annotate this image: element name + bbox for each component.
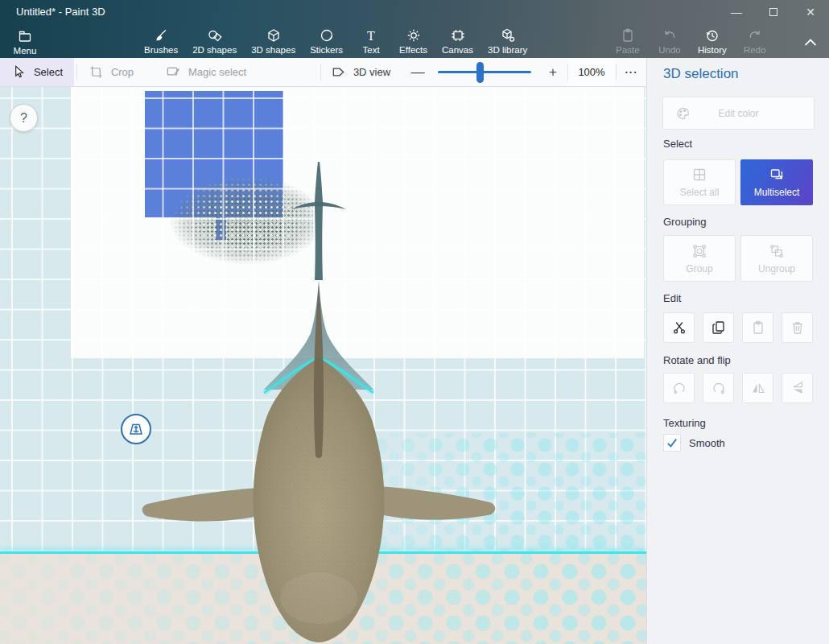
plus-icon: +	[549, 64, 557, 80]
zoom-slider-thumb[interactable]	[476, 62, 484, 83]
crop-tool-button[interactable]: Crop	[80, 58, 142, 86]
brushes-label: Brushes	[144, 45, 178, 55]
edit-color-button[interactable]: Edit color	[662, 97, 815, 130]
stickers-label: Stickers	[310, 45, 343, 55]
group-icon	[691, 243, 707, 259]
tools-group: Brushes 2D shapes 3D shapes Stickers	[137, 24, 534, 58]
menu-button[interactable]: Menu	[6, 26, 43, 58]
ellipsis-icon: ···	[625, 66, 638, 78]
rotate-right-icon	[711, 380, 727, 396]
group-label: Group	[686, 263, 712, 275]
maximize-button[interactable]	[755, 0, 792, 24]
3d-shapes-label: 3D shapes	[251, 45, 295, 55]
shark-3d-model[interactable]	[134, 159, 512, 644]
history-group: Paste Undo History Redo	[607, 24, 776, 58]
window-title: Untitled* - Paint 3D	[16, 6, 105, 18]
help-button[interactable]: ?	[10, 104, 38, 132]
canvas-workspace[interactable]: ?	[0, 87, 646, 644]
3d-view-label: 3D view	[353, 66, 390, 78]
rotate-right-button[interactable]	[703, 373, 734, 403]
smooth-checkbox-label: Smooth	[689, 437, 725, 449]
undo-button[interactable]: Undo	[649, 24, 691, 58]
zoom-in-button[interactable]: +	[539, 58, 567, 86]
paste-label: Paste	[616, 45, 639, 55]
select-all-button[interactable]: Select all	[663, 159, 736, 205]
menu-icon	[17, 28, 33, 44]
paint3d-window: Untitled* - Paint 3D — ✕ Menu Brushes	[0, 0, 829, 644]
crop-icon	[89, 64, 104, 80]
close-button[interactable]: ✕	[792, 0, 829, 24]
text-icon: T	[363, 27, 379, 43]
shark-tail-fin	[315, 162, 323, 280]
magic-select-button[interactable]: Magic select	[145, 58, 267, 86]
history-button[interactable]: History	[691, 24, 734, 58]
3d-view-button[interactable]: 3D view	[324, 58, 398, 86]
select-tool-button[interactable]: Select	[0, 58, 74, 86]
copy-button[interactable]	[703, 312, 734, 343]
smooth-checkbox[interactable]	[663, 434, 681, 452]
minimize-icon: —	[731, 6, 742, 19]
flip-horizontal-button[interactable]	[742, 373, 773, 403]
effects-label: Effects	[399, 45, 427, 55]
toolbar-stickers[interactable]: Stickers	[303, 24, 350, 58]
view-control-button[interactable]	[121, 414, 151, 444]
palette-icon	[675, 105, 691, 122]
toolbar-brushes[interactable]: Brushes	[137, 24, 185, 58]
cut-button[interactable]	[663, 312, 695, 343]
delete-button[interactable]	[782, 312, 813, 343]
paste-icon	[620, 27, 636, 43]
2d-shapes-icon	[207, 27, 223, 43]
zoom-percentage-value: 100%	[578, 66, 604, 78]
cut-icon	[671, 320, 687, 336]
question-mark-icon: ?	[20, 111, 27, 126]
collapse-ribbon-button[interactable]	[800, 34, 821, 50]
3d-selection-panel: 3D selection Edit color Select Select al…	[646, 58, 829, 644]
redo-label: Redo	[744, 45, 766, 55]
redo-button[interactable]: Redo	[734, 24, 776, 58]
sub-toolbar: Select Crop Magic select 3D view —	[0, 58, 646, 87]
maximize-icon	[769, 8, 777, 16]
3d-library-icon	[500, 27, 516, 43]
toolbar-text[interactable]: T Text	[350, 24, 392, 58]
grouping-section-label: Grouping	[663, 216, 706, 228]
multiselect-button[interactable]: Multiselect	[740, 159, 813, 205]
more-options-button[interactable]: ···	[617, 58, 646, 86]
toolbar-3d-library[interactable]: 3D library	[480, 24, 534, 58]
close-icon: ✕	[806, 6, 815, 19]
text-label: Text	[363, 45, 380, 55]
paste-panel-button[interactable]	[742, 312, 773, 343]
stickers-icon	[319, 27, 335, 43]
zoom-slider[interactable]	[435, 58, 534, 86]
toolbar-2d-shapes[interactable]: 2D shapes	[185, 24, 244, 58]
flip-vertical-button[interactable]	[782, 373, 813, 403]
rotate-left-button[interactable]	[663, 373, 695, 403]
toolbar-3d-shapes[interactable]: 3D shapes	[244, 24, 303, 58]
perspective-anchor-icon	[126, 419, 146, 439]
edit-section-label: Edit	[663, 292, 681, 304]
rotate-left-icon	[671, 380, 687, 396]
paste-button[interactable]: Paste	[607, 24, 649, 58]
minimize-button[interactable]: —	[718, 0, 755, 24]
canvas-icon	[450, 27, 466, 43]
trash-icon	[790, 320, 806, 336]
toolbar-effects[interactable]: Effects	[392, 24, 435, 58]
shark-left-fin	[142, 488, 264, 522]
group-button[interactable]: Group	[663, 235, 736, 282]
zoom-slider-track[interactable]	[438, 71, 531, 73]
zoom-percentage[interactable]: 100%	[568, 58, 615, 86]
rotate-section-label: Rotate and flip	[663, 354, 731, 366]
zoom-out-button[interactable]: —	[404, 58, 431, 86]
toolbar-canvas[interactable]: Canvas	[435, 24, 480, 58]
flip-horizontal-icon	[750, 380, 766, 396]
undo-label: Undo	[658, 45, 681, 55]
history-label: History	[698, 45, 727, 55]
edit-color-label: Edit color	[718, 108, 758, 119]
redo-icon	[747, 27, 763, 43]
3d-view-icon	[331, 64, 346, 80]
ungroup-button[interactable]: Ungroup	[740, 235, 813, 282]
shark-right-fin	[373, 486, 495, 520]
history-icon	[704, 27, 720, 43]
crop-tool-label: Crop	[111, 66, 134, 78]
window-controls: — ✕	[718, 0, 829, 24]
magic-select-label: Magic select	[188, 66, 246, 78]
